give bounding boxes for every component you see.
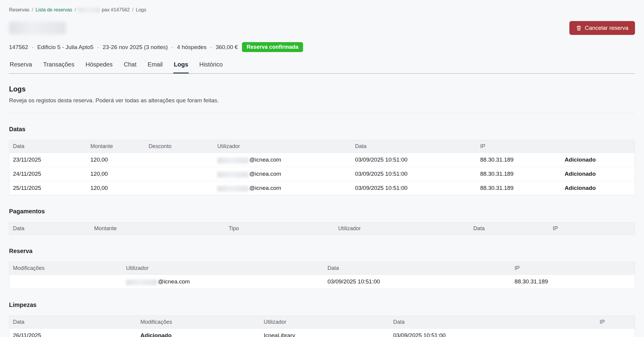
cell-date: 25/11/2025: [9, 181, 87, 195]
column-header: Desconto: [145, 140, 214, 153]
section-title-limpezas: Limpezas: [9, 301, 635, 308]
cell-user: @icnea.com: [122, 275, 324, 289]
cell-user-domain: @icnea.com: [158, 278, 190, 285]
breadcrumb: Reservas / Lista de reservas / pax #1475…: [9, 7, 635, 13]
column-header: Data: [9, 222, 91, 235]
column-header: IP: [596, 316, 635, 329]
cell-status: Adicionado: [561, 181, 635, 195]
column-header: IP: [476, 140, 561, 153]
breadcrumb-separator: /: [32, 7, 33, 13]
tab-logs[interactable]: Logs: [173, 61, 189, 73]
cell-user-domain: @icnea.com: [249, 171, 281, 177]
blurred-reservation-name: [9, 22, 66, 34]
datas-table-header: Data Montante Desconto Utilizador Data I…: [9, 140, 635, 153]
cell-ip: 88.30.31.189: [476, 153, 561, 167]
limpezas-table-body: 26/11/2025 Adicionado IcneaLibrary 03/09…: [9, 329, 635, 337]
breadcrumb-lista-de-reservas[interactable]: Lista de reservas: [36, 7, 72, 13]
cell-amount: 120,00: [87, 167, 145, 181]
cell-user-domain: @icnea.com: [249, 185, 281, 191]
cell-ip: 88.30.31.189: [476, 181, 561, 195]
reserva-table-body: @icnea.com 03/09/2025 10:51:00 88.30.31.…: [9, 275, 635, 289]
column-header: Utilizador: [260, 316, 389, 329]
blurred-email-user: [217, 158, 249, 163]
datas-table-body: 23/11/2025 120,00 @icnea.com 03/09/2025 …: [9, 153, 635, 195]
column-header: Utilizador: [122, 262, 324, 275]
title-row: Cancelar reserva: [9, 21, 635, 35]
pagamentos-table-header: Data Montante Tipo Utilizador Data IP: [9, 222, 635, 235]
cell-discount: [145, 153, 214, 167]
cell-discount: [145, 181, 214, 195]
breadcrumb-separator: /: [132, 7, 133, 13]
limpezas-table-header: Data Modificações Utilizador Data IP: [9, 316, 635, 329]
cell-amount: 120,00: [87, 181, 145, 195]
tab-transacoes[interactable]: Transações: [42, 61, 75, 73]
cell-user: @icnea.com: [214, 181, 351, 195]
breadcrumb-reservation[interactable]: pax #147562: [78, 7, 130, 13]
cell-date: 23/11/2025: [9, 153, 87, 167]
column-header: IP: [549, 222, 635, 235]
cell-log-date: 03/09/2025 10:51:00: [351, 153, 477, 167]
cell-user: @icnea.com: [214, 153, 351, 167]
reservation-dates: 23-26 nov 2025 (3 noites): [94, 44, 168, 51]
reservation-property: Edificio 5 - Julia Apto5: [28, 44, 93, 51]
column-header: Modificações: [137, 316, 260, 329]
column-header: Data: [324, 262, 511, 275]
cell-modifications: [9, 275, 122, 289]
trash-icon: [576, 25, 582, 31]
cell-modifications: Adicionado: [137, 329, 260, 337]
cell-status: Adicionado: [561, 153, 635, 167]
reservation-guests: 4 hóspedes: [168, 44, 207, 51]
column-header: IP: [511, 262, 635, 275]
cell-ip: 88.30.31.189: [476, 167, 561, 181]
cell-discount: [145, 167, 214, 181]
cell-log-date: 03/09/2025 10:51:00: [324, 275, 511, 289]
logs-section-description: Reveja os registos desta reserva. Poderá…: [9, 97, 635, 113]
cancel-reservation-button[interactable]: Cancelar reserva: [569, 21, 635, 35]
breadcrumb-separator: /: [75, 7, 76, 13]
logs-section-title: Logs: [9, 85, 635, 93]
column-header: Tipo: [225, 222, 335, 235]
reserva-table: Modificações Utilizador Data IP @icnea.c…: [9, 262, 635, 289]
datas-table: Data Montante Desconto Utilizador Data I…: [9, 140, 635, 195]
cell-status: Adicionado: [561, 167, 635, 181]
table-row: @icnea.com 03/09/2025 10:51:00 88.30.31.…: [9, 275, 635, 289]
column-header: Modificações: [9, 262, 122, 275]
tab-bar: Reserva Transações Hóspedes Chat Email L…: [9, 61, 635, 74]
table-row: 25/11/2025 120,00 @icnea.com 03/09/2025 …: [9, 181, 635, 195]
breadcrumb-reservation-label: pax #147562: [102, 7, 130, 13]
reservation-logs-page: Reservas / Lista de reservas / pax #1475…: [0, 0, 644, 337]
column-header: Data: [351, 140, 477, 153]
table-row: 23/11/2025 120,00 @icnea.com 03/09/2025 …: [9, 153, 635, 167]
cell-ip: 88.30.31.189: [511, 275, 635, 289]
page-title: [9, 22, 66, 34]
cell-date: 24/11/2025: [9, 167, 87, 181]
column-header: Data: [390, 316, 596, 329]
tab-email[interactable]: Email: [147, 61, 163, 73]
cell-log-date: 03/09/2025 10:51:00: [351, 181, 477, 195]
cell-date: 26/11/2025: [9, 329, 137, 337]
cell-user-domain: @icnea.com: [249, 156, 281, 163]
cell-user: IcneaLibrary: [260, 329, 389, 337]
section-title-datas: Datas: [9, 126, 635, 133]
section-title-pagamentos: Pagamentos: [9, 208, 635, 215]
blurred-email-user: [217, 172, 249, 178]
cancel-reservation-label: Cancelar reserva: [585, 25, 628, 31]
tab-historico[interactable]: Histórico: [199, 61, 223, 73]
tab-reserva[interactable]: Reserva: [9, 61, 33, 73]
pagamentos-table: Data Montante Tipo Utilizador Data IP: [9, 222, 635, 235]
column-header: Utilizador: [214, 140, 351, 153]
tab-hospedes[interactable]: Hóspedes: [85, 61, 113, 73]
reservation-id: 147562: [9, 44, 28, 51]
cell-user: @icnea.com: [214, 167, 351, 181]
breadcrumb-reservas[interactable]: Reservas: [9, 7, 29, 13]
blurred-email-user: [126, 280, 157, 285]
cell-log-date: 03/09/2025 10:51:00: [390, 329, 596, 337]
reservation-meta: 147562 Edificio 5 - Julia Apto5 23-26 no…: [9, 42, 635, 52]
tab-chat[interactable]: Chat: [123, 61, 137, 73]
column-header: Data: [9, 140, 87, 153]
column-header: Utilizador: [335, 222, 470, 235]
section-title-reserva: Reserva: [9, 248, 635, 255]
column-header: Data: [470, 222, 549, 235]
column-header: [561, 140, 635, 153]
cell-amount: 120,00: [87, 153, 145, 167]
